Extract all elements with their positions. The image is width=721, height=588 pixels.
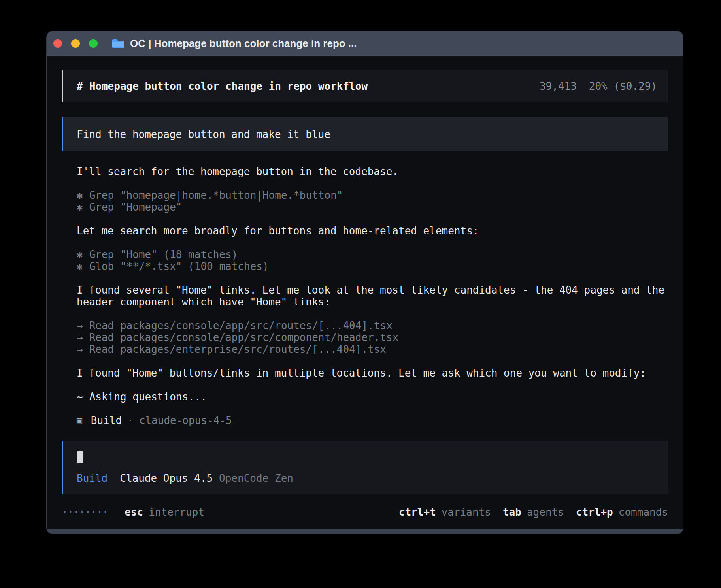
arrow-right-icon: → [77,320,83,332]
tool-call-glob: ✱Glob "**/*.tsx" (100 matches) [77,260,668,272]
titlebar[interactable]: OC | Homepage button color change in rep… [47,31,683,56]
input-provider-label: OpenCode Zen [219,472,293,484]
keybind-agents: tabagents [503,506,564,518]
session-header: #Homepage button color change in repo wo… [62,70,668,102]
prompt-input[interactable]: BuildClaude Opus 4.5OpenCode Zen [62,441,668,494]
keybind-variants: ctrl+tvariants [399,506,491,518]
text-cursor [77,451,83,463]
separator-dot: · [127,415,134,426]
tool-call-read: →Read packages/enterprise/src/routes/[..… [77,343,668,355]
tool-asterisk-icon: ✱ [77,189,83,201]
agent-square-icon: ▣ [77,415,82,426]
tool-call-grep: ✱Grep "Homepage" [77,201,668,213]
folder-icon [111,38,124,49]
tool-asterisk-icon: ✱ [77,201,83,213]
input-agent-label: Build [77,472,108,484]
assistant-text: Let me search more broadly for buttons a… [77,225,668,237]
transcript: I'll search for the homepage button in t… [62,166,668,403]
tool-call-read: →Read packages/console/app/src/routes/[.… [77,320,668,332]
minimize-button[interactable] [71,39,80,48]
input-line[interactable] [77,451,657,463]
statusbar: ········ escinterrupt ctrl+tvariants tab… [62,506,668,518]
agent-model: claude-opus-4-5 [139,415,232,426]
tool-call-read: →Read packages/console/app/src/component… [77,332,668,343]
assistant-text: I found several "Home" links. Let me loo… [77,284,668,308]
tool-asterisk-icon: ✱ [77,260,83,272]
agent-name: Build [91,415,122,426]
agent-status-line: ▣ Build · claude-opus-4-5 [77,415,668,426]
session-title: #Homepage button color change in repo wo… [77,80,368,92]
zoom-button[interactable] [89,39,98,48]
tool-asterisk-icon: ✱ [77,249,83,260]
keybind-interrupt: escinterrupt [125,506,204,518]
tilde-icon: ~ [77,391,83,403]
arrow-right-icon: → [77,332,83,343]
tool-call-grep: ✱Grep "homepage|home.*button|Home.*butto… [77,189,668,201]
tool-call-grep: ✱Grep "Home" (18 matches) [77,249,668,260]
input-model-label: Claude Opus 4.5 [120,472,213,484]
terminal-content: #Homepage button color change in repo wo… [47,56,683,518]
progress-dots: ········ [62,506,108,518]
assistant-text: I found "Home" buttons/links in multiple… [77,367,668,379]
window-bottom-edge [47,529,683,534]
arrow-right-icon: → [77,343,83,355]
window-title: OC | Homepage button color change in rep… [130,38,357,50]
session-title-text: Homepage button color change in repo wor… [89,80,368,92]
close-button[interactable] [53,39,62,48]
keybind-commands: ctrl+pcommands [576,506,668,518]
context-cost: 20% ($0.29) [589,80,657,92]
header-hash: # [77,80,83,92]
token-count: 39,413 [540,80,577,92]
terminal-window: OC | Homepage button color change in rep… [46,31,683,534]
user-message-text: Find the homepage button and make it blu… [77,128,330,140]
session-meta: 39,413 20% ($0.29) [540,80,657,92]
assistant-text: I'll search for the homepage button in t… [77,166,668,177]
user-message: Find the homepage button and make it blu… [62,117,668,151]
input-meta: BuildClaude Opus 4.5OpenCode Zen [77,472,657,484]
status-asking-questions: ~Asking questions... [77,391,668,403]
